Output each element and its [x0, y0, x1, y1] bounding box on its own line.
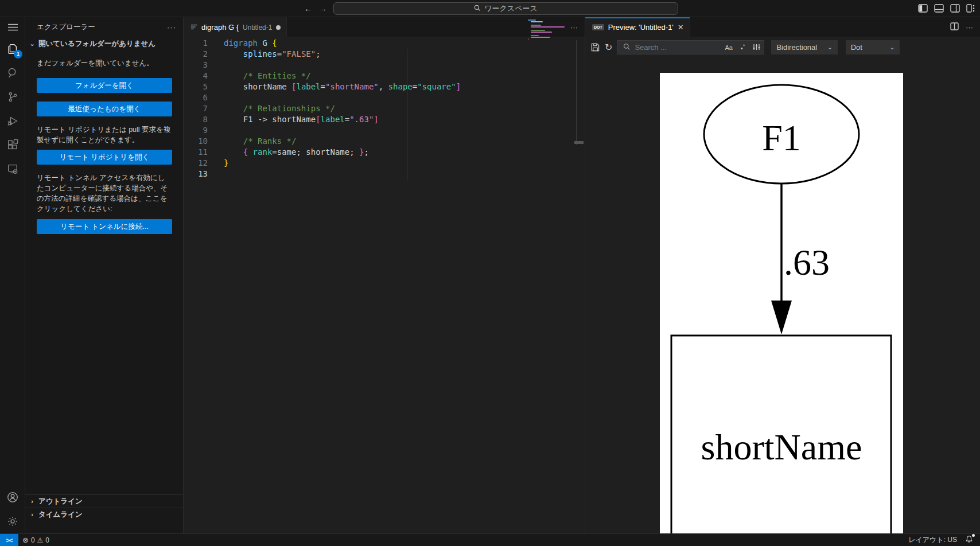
minimap-line — [528, 38, 528, 40]
graph-edge-label: .63 — [784, 242, 830, 283]
connect-tunnel-button[interactable]: リモート トンネルに接続... — [37, 219, 172, 234]
preview-search-box[interactable]: Aa ▪* — [617, 40, 764, 54]
minimap-line — [531, 26, 565, 28]
regex-icon[interactable]: ▪* — [741, 43, 745, 52]
code-line[interactable]: 12} — [184, 158, 585, 169]
engine-value: Dot — [851, 43, 862, 52]
timeline-section-label: タイムライン — [38, 510, 83, 520]
settings-gear-icon[interactable] — [0, 509, 25, 533]
save-icon[interactable] — [591, 43, 600, 52]
minimap-line — [531, 25, 541, 26]
editor-tab-bar: digraph G { Untitled-1 ··· — [184, 17, 585, 37]
error-icon: ⊗ — [22, 536, 29, 544]
code-line[interactable]: 2 splines="FALSE"; — [184, 49, 585, 60]
timeline-section-header[interactable]: › タイムライン — [25, 508, 184, 521]
run-debug-icon[interactable] — [0, 109, 25, 133]
graph-node-f1-label: F1 — [762, 118, 801, 158]
minimap-line — [528, 20, 536, 21]
outline-section-header[interactable]: › アウトライン — [25, 494, 184, 508]
code-line[interactable]: 13 — [184, 169, 585, 180]
minimap-line — [531, 30, 545, 31]
code-line[interactable]: 3 — [184, 60, 585, 71]
editor-scrollbar[interactable] — [576, 40, 577, 145]
bell-icon — [965, 535, 973, 545]
chevron-right-icon: › — [28, 498, 37, 505]
editor-more-actions[interactable]: ··· — [570, 23, 578, 32]
back-icon[interactable]: ← — [302, 3, 314, 14]
layout-label: レイアウト: US — [908, 535, 957, 545]
open-recent-button[interactable]: 最近使ったものを開く — [37, 102, 172, 116]
command-center-search[interactable]: ワークスペース — [333, 2, 678, 15]
forward-icon[interactable]: → — [317, 3, 329, 14]
chevron-down-icon: ⌄ — [827, 44, 832, 50]
code-line[interactable]: 9 — [184, 125, 585, 136]
notifications-bell[interactable] — [961, 535, 980, 545]
graph-svg: F1 .63 shortName — [660, 73, 903, 533]
preview-group: DOT Preview: 'Untitled-1' ✕ ··· ↻ Aa ▪* — [585, 17, 980, 533]
search-view-icon[interactable] — [0, 61, 25, 85]
problems-status[interactable]: ⊗ 0 ⚠ 0 — [18, 534, 53, 546]
warning-count: 0 — [45, 536, 49, 544]
sidebar-title: エクスプローラー — [37, 22, 95, 32]
keyboard-layout-status[interactable]: レイアウト: US — [904, 535, 961, 545]
preview-more-actions[interactable]: ··· — [966, 23, 973, 32]
tab-label: digraph G { — [201, 23, 239, 32]
filter-options-icon[interactable] — [753, 44, 760, 52]
remote-tunnel-text: リモート トンネル アクセスを有効にしたコンピューターに接続する場合や、その方法… — [37, 173, 172, 214]
code-line[interactable]: 10 /* Ranks */ — [184, 136, 585, 147]
sidebar-header: エクスプローラー ··· — [25, 17, 183, 37]
code-line[interactable]: 6 — [184, 92, 585, 103]
chevron-down-icon: ⌄ — [890, 44, 895, 50]
toggle-secondary-sidebar-icon[interactable] — [950, 4, 960, 13]
toggle-sidebar-icon[interactable] — [918, 4, 928, 13]
code-line[interactable]: 1digraph G { — [184, 38, 585, 49]
preview-search-input[interactable] — [635, 43, 717, 52]
tab-preview-untitled-1[interactable]: DOT Preview: 'Untitled-1' ✕ — [585, 17, 690, 37]
code-line[interactable]: 4 /* Entities */ — [184, 71, 585, 81]
tab-detail: Untitled-1 — [243, 24, 272, 32]
editor-scrollbar-nub[interactable] — [574, 141, 584, 144]
minimap[interactable] — [528, 20, 565, 42]
preview-toolbar: ↻ Aa ▪* Bidirectional ⌄ Dot ⌄ — [585, 38, 980, 57]
no-folder-section-header[interactable]: ⌄ 開いているフォルダーがありません — [25, 37, 183, 50]
code-editor[interactable]: 1digraph G {2 splines="FALSE";34 /* Enti… — [184, 38, 585, 533]
explorer-icon[interactable]: 1 — [0, 37, 25, 61]
refresh-icon[interactable]: ↻ — [605, 42, 612, 53]
minimap-line — [531, 35, 539, 36]
status-bar: >< ⊗ 0 ⚠ 0 レイアウト: US — [0, 533, 980, 546]
remote-indicator[interactable]: >< — [0, 534, 18, 546]
modified-dot-icon[interactable] — [276, 25, 281, 30]
command-center-label: ワークスペース — [484, 3, 538, 14]
code-line[interactable]: 7 /* Relationships */ — [184, 103, 585, 114]
customize-layout-icon[interactable] — [966, 4, 975, 13]
tab-digraph-untitled-1[interactable]: digraph G { Untitled-1 — [184, 17, 287, 37]
menu-icon[interactable] — [0, 17, 25, 37]
preview-tab-bar: DOT Preview: 'Untitled-1' ✕ ··· — [585, 17, 980, 37]
open-remote-repo-button[interactable]: リモート リポジトリを開く — [37, 150, 172, 165]
minimap-line — [531, 32, 551, 33]
open-folder-button[interactable]: フォルダーを開く — [37, 78, 172, 93]
layout-controls — [918, 4, 975, 13]
match-case-icon[interactable]: Aa — [725, 44, 732, 51]
error-count: 0 — [31, 536, 35, 544]
warning-icon: ⚠ — [37, 536, 44, 544]
graph-canvas[interactable]: F1 .63 shortName — [660, 73, 903, 533]
graphviz-preview-webview[interactable]: F1 .63 shortName — [585, 56, 980, 533]
explorer-badge: 1 — [14, 50, 22, 58]
direction-select[interactable]: Bidirectional ⌄ — [771, 40, 837, 54]
file-icon — [190, 24, 197, 31]
code-line[interactable]: 5 shortName [label="shortName", shape="s… — [184, 81, 585, 92]
no-folder-section-label: 開いているフォルダーがありません — [38, 39, 155, 49]
engine-select[interactable]: Dot ⌄ — [846, 40, 900, 54]
extensions-icon[interactable] — [0, 133, 25, 157]
close-icon[interactable]: ✕ — [678, 23, 684, 32]
code-line[interactable]: 8 F1 -> shortName[label=".63"] — [184, 114, 585, 125]
source-control-icon[interactable] — [0, 85, 25, 109]
sidebar-more-actions[interactable]: ··· — [167, 23, 176, 32]
split-editor-icon[interactable] — [950, 22, 959, 32]
no-folder-text: まだフォルダーを開いていません。 — [37, 58, 172, 68]
remote-explorer-icon[interactable] — [0, 157, 25, 181]
code-line[interactable]: 11 { rank=same; shortName; }; — [184, 147, 585, 158]
accounts-icon[interactable] — [0, 485, 25, 509]
toggle-panel-icon[interactable] — [934, 4, 944, 13]
